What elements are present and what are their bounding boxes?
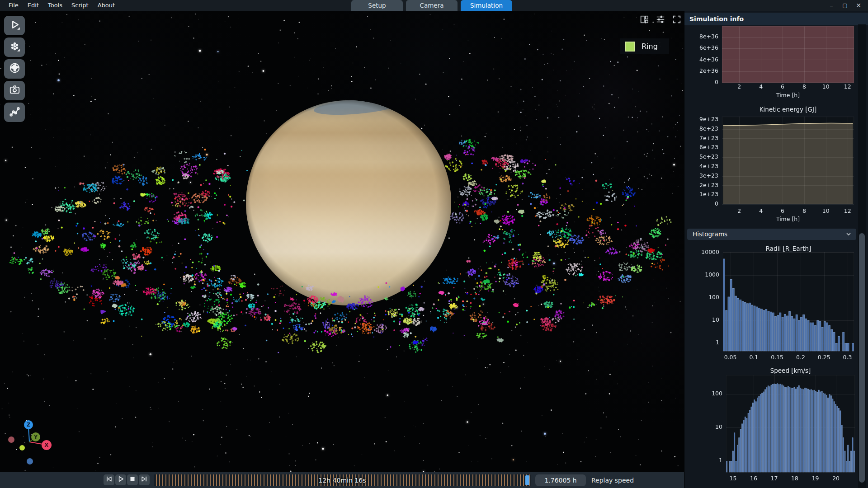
title-bar: FileEditToolsScriptAbout SetupCameraSimu… bbox=[0, 0, 868, 11]
play-tool-button[interactable] bbox=[4, 16, 25, 35]
camera-settings-tool-button[interactable] bbox=[4, 81, 25, 100]
window-controls: –▢✕ bbox=[826, 0, 863, 11]
x-axis-label: X bbox=[44, 442, 49, 448]
tab-simulation[interactable]: Simulation bbox=[461, 0, 512, 11]
menu-item-script[interactable]: Script bbox=[67, 0, 93, 11]
replay-speed-label: Replay speed bbox=[591, 474, 634, 486]
legend[interactable]: Ring bbox=[620, 38, 669, 54]
axes-gizmo: Z Y X bbox=[0, 408, 72, 472]
particle-dot bbox=[8, 436, 14, 443]
skip-to-start-button[interactable] bbox=[104, 474, 114, 485]
stop-icon bbox=[128, 475, 137, 485]
histograms-header-label: Histograms bbox=[693, 230, 727, 238]
skip-to-end-icon bbox=[140, 475, 148, 485]
graph-icon bbox=[9, 105, 21, 119]
fullscreen-icon[interactable] bbox=[671, 14, 682, 25]
chevron-down-icon bbox=[845, 231, 852, 237]
timeline-scrubber[interactable]: 12h 40min 16s bbox=[154, 474, 531, 486]
time-value-box[interactable]: 1.76005 h bbox=[535, 474, 586, 486]
simulation-info-panel: Simulation info Histograms bbox=[684, 11, 868, 488]
playback-bar: 12h 40min 16s 1.76005 h Replay speed bbox=[0, 472, 684, 488]
skip-to-start-icon bbox=[105, 475, 113, 485]
radii-histogram-chart bbox=[688, 244, 863, 364]
maximize-button[interactable]: ▢ bbox=[840, 0, 850, 10]
panel-title: Simulation info bbox=[684, 13, 868, 25]
3d-viewport: Ring Z Y X bbox=[0, 11, 684, 472]
menu-item-edit[interactable]: Edit bbox=[24, 0, 43, 11]
particle-dot bbox=[19, 445, 25, 450]
z-axis-label: Z bbox=[27, 422, 31, 428]
current-time-label: 12h 40min 16s bbox=[154, 474, 531, 486]
simulation-render-canvas[interactable] bbox=[0, 11, 684, 472]
viewport-view-controls bbox=[639, 14, 682, 25]
angular-momentum-chart bbox=[688, 24, 863, 100]
particle-dot bbox=[27, 458, 33, 465]
menu-item-tools[interactable]: Tools bbox=[44, 0, 66, 11]
particles-tool-button[interactable] bbox=[4, 38, 25, 57]
tab-setup[interactable]: Setup bbox=[351, 0, 403, 11]
speed-histogram-chart bbox=[688, 366, 863, 485]
close-button[interactable]: ✕ bbox=[854, 0, 863, 10]
tab-camera[interactable]: Camera bbox=[406, 0, 458, 11]
globe-tool-button[interactable] bbox=[4, 59, 25, 79]
minimize-button[interactable]: – bbox=[826, 0, 836, 10]
mode-tabs: SetupCameraSimulation bbox=[351, 0, 512, 11]
play-icon bbox=[9, 19, 21, 33]
panel-scrollbar-track[interactable] bbox=[858, 24, 866, 488]
ring-color-swatch bbox=[625, 42, 635, 52]
panel-scrollbar-thumb[interactable] bbox=[859, 233, 865, 483]
skip-to-end-button[interactable] bbox=[139, 474, 150, 485]
graph-tool-button[interactable] bbox=[4, 103, 25, 122]
camera-settings-icon bbox=[9, 84, 21, 98]
play-button[interactable] bbox=[115, 474, 126, 485]
menu-item-about[interactable]: About bbox=[94, 0, 119, 11]
legend-label: Ring bbox=[642, 42, 658, 51]
application-window: FileEditToolsScriptAbout SetupCameraSimu… bbox=[0, 0, 868, 488]
layout-icon[interactable] bbox=[639, 14, 650, 25]
menu-item-file[interactable]: File bbox=[5, 0, 23, 11]
adjust-sliders-icon[interactable] bbox=[655, 14, 666, 25]
viewport-toolbar bbox=[4, 16, 25, 122]
particles-icon bbox=[9, 40, 21, 54]
globe-icon bbox=[9, 62, 21, 76]
menu-bar: FileEditToolsScriptAbout bbox=[5, 0, 119, 11]
stop-button[interactable] bbox=[127, 474, 138, 485]
histograms-section-header[interactable]: Histograms bbox=[687, 229, 856, 240]
play-icon bbox=[117, 475, 125, 485]
y-axis-label: Y bbox=[33, 434, 38, 440]
timeline-handle[interactable] bbox=[525, 475, 529, 485]
kinetic-energy-chart bbox=[688, 101, 863, 224]
